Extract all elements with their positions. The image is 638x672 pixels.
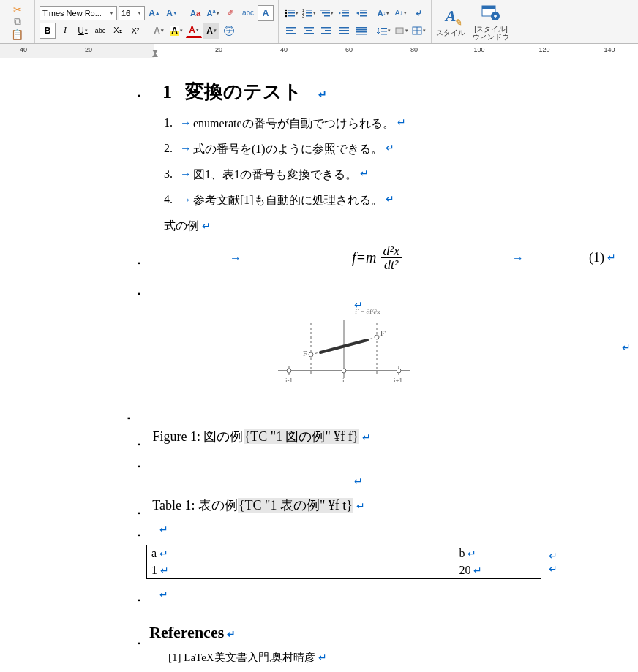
svg-text:3: 3: [302, 14, 304, 18]
distribute-button[interactable]: [353, 23, 369, 39]
figure-caption: Figure 1: 図の例{TC "1 図の例" ¥f f}↵: [146, 428, 616, 445]
svg-rect-26: [304, 27, 314, 29]
svg-rect-12: [320, 10, 330, 11]
svg-rect-1: [288, 10, 295, 11]
indent-dec-button[interactable]: [336, 5, 352, 21]
superscript-button[interactable]: X²: [127, 23, 143, 39]
svg-rect-28: [304, 33, 314, 34]
document-area[interactable]: 1 変換のテスト ↵ 1.→enumerateの番号が自動でつけられる。 ↵2.…: [0, 58, 638, 672]
svg-rect-40: [381, 31, 387, 32]
style-window-button[interactable]: [スタイル] ウィンドウ: [473, 3, 509, 41]
clipboard-group: ✂ ⧉ 📋: [0, 0, 35, 43]
line-spacing-button[interactable]: [375, 23, 391, 39]
clear-format-button[interactable]: ✐: [222, 5, 239, 21]
bold-button[interactable]: B: [40, 23, 56, 39]
strike-button[interactable]: abc: [92, 23, 108, 39]
borders-button[interactable]: [410, 23, 427, 39]
enclose-char-button[interactable]: 字: [221, 23, 237, 39]
font-color-empty-button[interactable]: A: [151, 23, 167, 39]
svg-rect-42: [396, 28, 403, 34]
svg-rect-23: [286, 27, 296, 29]
align-left-button[interactable]: [283, 23, 299, 39]
align-right-button[interactable]: [318, 23, 334, 39]
indent-marker-icon[interactable]: [151, 44, 160, 58]
char-style-2-button[interactable]: Aª: [205, 5, 221, 21]
table-row: 1↵ 20↵: [147, 562, 541, 579]
char-style-1-button[interactable]: Aa: [187, 5, 203, 21]
cut-icon[interactable]: ✂: [11, 4, 24, 15]
list-item: 4.→参考文献[1]も自動的に処理される。 ↵: [164, 193, 616, 208]
font-group: Times New Ro... 16 A▲ A▼ Aa Aª ✐ abc A B…: [35, 0, 279, 43]
svg-marker-50: [152, 53, 158, 57]
svg-point-2: [285, 12, 286, 13]
underline-button[interactable]: U: [75, 23, 91, 39]
svg-point-0: [285, 9, 286, 10]
heading-number: 1: [162, 81, 172, 103]
subscript-button[interactable]: X₂: [110, 23, 126, 39]
figure-diagram: f` = ∂f/∂x F F' i-1 i i+1 ↵ ↵: [278, 305, 616, 396]
svg-rect-22: [360, 15, 367, 17]
svg-point-63: [309, 352, 313, 357]
references-heading: References↵: [146, 623, 616, 642]
table-row: a↵ b↵: [147, 545, 541, 562]
field-code: {TC "1 図の例" ¥f f}: [244, 429, 360, 444]
svg-rect-32: [339, 27, 349, 29]
svg-rect-17: [342, 12, 349, 14]
show-marks-button[interactable]: ⤶: [410, 5, 427, 21]
equation-row: → f=m d²x dt² → (1) ↵: [146, 244, 616, 271]
svg-rect-29: [321, 27, 331, 29]
equation-label: 式の例↵: [164, 219, 616, 234]
svg-rect-14: [324, 15, 330, 17]
copy-icon[interactable]: ⧉: [11, 17, 24, 27]
svg-rect-24: [286, 30, 293, 31]
svg-rect-30: [325, 30, 331, 31]
list-item: 1.→enumerateの番号が自動でつけられる。 ↵: [164, 116, 616, 132]
sort-button[interactable]: A↓: [393, 5, 409, 21]
highlight-button[interactable]: A: [168, 23, 184, 39]
equation-number: (1): [524, 250, 604, 265]
font-color-button[interactable]: A: [186, 23, 202, 38]
shading-button[interactable]: [393, 23, 409, 39]
svg-rect-13: [322, 12, 330, 14]
numbering-button[interactable]: 123: [301, 5, 317, 21]
font-name-select[interactable]: Times New Ro...: [40, 6, 117, 20]
multilevel-button[interactable]: [318, 5, 334, 21]
bullets-button[interactable]: [283, 5, 299, 21]
char-border-button[interactable]: A: [258, 5, 274, 21]
highlight-abc-button[interactable]: abc: [240, 5, 256, 21]
align-center-button[interactable]: [301, 23, 317, 39]
text-direction-button[interactable]: A↕: [375, 5, 391, 21]
svg-text:i: i: [342, 377, 345, 384]
paragraph-group: 123 A↕ A↓ ⤶: [279, 0, 432, 43]
svg-rect-27: [306, 30, 312, 31]
svg-rect-11: [306, 15, 312, 17]
svg-rect-35: [356, 27, 367, 29]
list-bullet-icon: [138, 81, 143, 87]
char-shading-button[interactable]: A: [203, 23, 219, 39]
svg-rect-37: [356, 31, 367, 33]
svg-point-64: [375, 335, 379, 339]
svg-rect-33: [339, 30, 349, 31]
svg-text:i-1: i-1: [285, 377, 293, 384]
styles-button[interactable]: A✎ スタイル: [436, 6, 465, 38]
paste-icon[interactable]: 📋: [11, 29, 24, 39]
table-caption: Table 1: 表の例{TC "1 表の例" ¥f t}↵: [146, 497, 616, 514]
svg-rect-21: [360, 12, 367, 14]
font-size-select[interactable]: 16: [119, 6, 145, 20]
svg-point-62: [397, 369, 401, 373]
svg-rect-41: [381, 34, 387, 35]
svg-rect-3: [288, 12, 295, 14]
svg-marker-15: [339, 12, 341, 15]
svg-point-4: [285, 15, 286, 16]
toolbar: ✂ ⧉ 📋 Times New Ro... 16 A▲ A▼ Aa Aª ✐ a…: [0, 0, 638, 44]
svg-rect-34: [339, 33, 349, 34]
svg-rect-16: [342, 10, 349, 11]
italic-button[interactable]: I: [57, 23, 73, 39]
justify-button[interactable]: [336, 23, 352, 39]
indent-inc-button[interactable]: [353, 5, 369, 21]
shrink-font-button[interactable]: A▼: [164, 5, 180, 21]
ruler[interactable]: 40 20 20 40 60 80 100 120 140: [0, 44, 638, 58]
svg-rect-31: [321, 33, 331, 34]
svg-rect-36: [356, 29, 367, 31]
grow-font-button[interactable]: A▲: [146, 5, 162, 21]
